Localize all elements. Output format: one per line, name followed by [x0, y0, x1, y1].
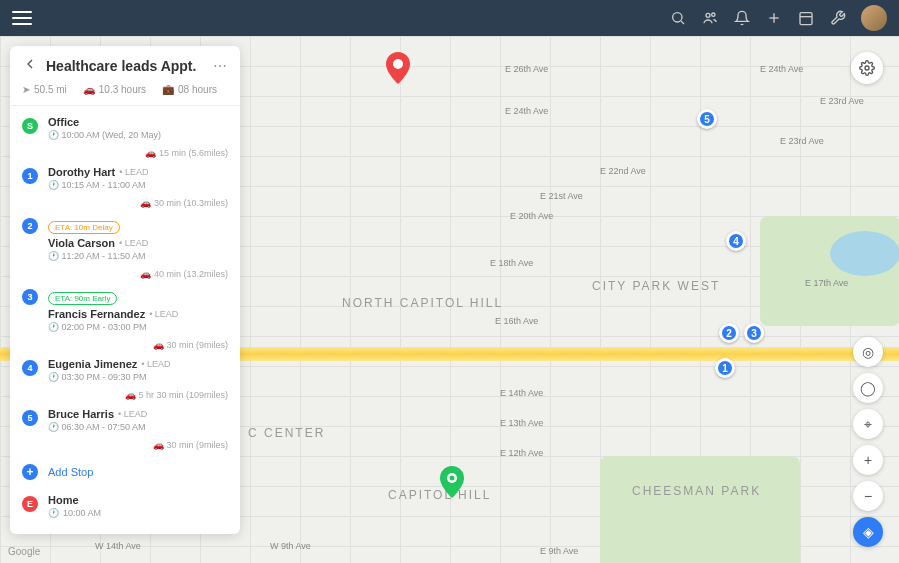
locate-button[interactable]: ⌖ [853, 409, 883, 439]
stop-time: 🕐 11:20 AM - 11:50 AM [48, 251, 228, 261]
map-marker-4[interactable]: 4 [726, 231, 746, 251]
stop-item[interactable]: 2ETA: 10m DelayViola Carson • LEAD🕐 11:2… [10, 210, 240, 267]
map-controls: ◎ ◯ ⌖ + − ◈ [853, 337, 883, 547]
stop-number: S [22, 118, 38, 134]
stop-name: Eugenia Jimenez • LEAD [48, 358, 228, 370]
st-e20: E 20th Ave [510, 211, 553, 221]
stop-item[interactable]: 4Eugenia Jimenez • LEAD🕐 03:30 PM - 09:3… [10, 352, 240, 388]
people-icon[interactable] [701, 9, 719, 27]
label-nch: NORTH CAPITOL HILL [342, 296, 503, 310]
zoom-in-button[interactable]: + [853, 445, 883, 475]
st-e23: E 23rd Ave [820, 96, 864, 106]
stop-time: 🕐 06:30 AM - 07:50 AM [48, 422, 228, 432]
panel-title: Healthcare leads Appt. [46, 58, 205, 74]
summary-duration: 🚗 10.3 hours [83, 84, 146, 95]
stop-item[interactable]: 3ETA: 90m EarlyFrancis Fernandez • LEAD🕐… [10, 281, 240, 338]
avatar[interactable] [861, 5, 887, 31]
stop-number: 3 [22, 289, 38, 305]
compass-button[interactable]: ◎ [853, 337, 883, 367]
stop-number: 5 [22, 410, 38, 426]
map-marker-5[interactable]: 5 [697, 109, 717, 129]
stop-name: Francis Fernandez • LEAD [48, 308, 228, 320]
stop-time: 🕐 10:00 AM [48, 508, 228, 518]
add-stop-label: Add Stop [48, 466, 93, 478]
st-e23b: E 23rd Ave [780, 136, 824, 146]
st-w14: W 14th Ave [95, 541, 141, 551]
map-settings-button[interactable] [851, 52, 883, 84]
bell-icon[interactable] [733, 9, 751, 27]
st-e24b: E 24th Ave [505, 106, 548, 116]
stop-time: 🕐 10:00 AM (Wed, 20 May) [48, 130, 228, 140]
svg-rect-6 [800, 13, 812, 25]
stop-name: Dorothy Hart • LEAD [48, 166, 228, 178]
zoom-out-button[interactable]: − [853, 481, 883, 511]
svg-point-11 [865, 66, 869, 70]
more-options-button[interactable]: ⋯ [213, 58, 228, 74]
plus-icon[interactable] [765, 9, 783, 27]
stop-item[interactable]: SOffice🕐 10:00 AM (Wed, 20 May) [10, 110, 240, 146]
svg-point-2 [706, 13, 710, 17]
stop-item[interactable]: 5Bruce Harris • LEAD🕐 06:30 AM - 07:50 A… [10, 402, 240, 438]
map-attribution: Google [8, 546, 40, 557]
map-marker-1[interactable]: 1 [715, 358, 735, 378]
st-e16: E 16th Ave [495, 316, 538, 326]
stop-number: 1 [22, 168, 38, 184]
st-e21: E 21st Ave [540, 191, 583, 201]
eta-badge: ETA: 10m Delay [48, 221, 120, 234]
lake [830, 231, 899, 276]
map-marker-2[interactable]: 2 [719, 323, 739, 343]
travel-info: 🚗 30 min (9miles) [10, 438, 240, 452]
eta-badge: ETA: 90m Early [48, 292, 117, 305]
pin-destination[interactable] [386, 52, 410, 84]
st-e12: E 12th Ave [500, 448, 543, 458]
stop-time: 🕐 03:30 PM - 09:30 PM [48, 372, 228, 382]
lasso-button[interactable]: ◯ [853, 373, 883, 403]
map-marker-3[interactable]: 3 [744, 323, 764, 343]
st-e14: E 14th Ave [500, 388, 543, 398]
stop-name: Viola Carson • LEAD [48, 237, 228, 249]
st-e13: E 13th Ave [500, 418, 543, 428]
tools-icon[interactable] [829, 9, 847, 27]
plus-icon: + [22, 464, 38, 480]
label-cpw: CITY PARK WEST [592, 279, 720, 293]
search-icon[interactable] [669, 9, 687, 27]
stop-time: 🕐 02:00 PM - 03:00 PM [48, 322, 228, 332]
topbar [0, 0, 899, 36]
stop-number: 4 [22, 360, 38, 376]
calendar-icon[interactable] [797, 9, 815, 27]
travel-info: 🚗 30 min (10.3miles) [10, 196, 240, 210]
route-summary: ➤ 50.5 mi 🚗 10.3 hours 💼 08 hours [10, 84, 240, 106]
st-e17: E 17th Ave [805, 278, 848, 288]
menu-icon[interactable] [12, 11, 32, 25]
svg-point-3 [712, 13, 715, 16]
st-e9: E 9th Ave [540, 546, 578, 556]
add-stop-button[interactable]: + Add Stop [10, 456, 240, 488]
pin-origin[interactable] [440, 466, 464, 498]
stop-number: 2 [22, 218, 38, 234]
travel-info: 🚗 5 hr 30 min (109miles) [10, 388, 240, 402]
home-stop[interactable]: E Home 🕐 10:00 AM [10, 488, 240, 524]
stop-name: Bruce Harris • LEAD [48, 408, 228, 420]
travel-info: 🚗 40 min (13.2miles) [10, 267, 240, 281]
summary-work: 💼 08 hours [162, 84, 217, 95]
label-cc: C CENTER [248, 426, 325, 440]
back-button[interactable] [22, 56, 38, 76]
svg-line-1 [681, 21, 684, 24]
stop-name: Office [48, 116, 228, 128]
travel-info: 🚗 30 min (9miles) [10, 338, 240, 352]
st-e26: E 26th Ave [505, 64, 548, 74]
st-e18: E 18th Ave [490, 258, 533, 268]
route-mode-button[interactable]: ◈ [853, 517, 883, 547]
stop-time: 🕐 10:15 AM - 11:00 AM [48, 180, 228, 190]
st-e22: E 22nd Ave [600, 166, 646, 176]
summary-distance: ➤ 50.5 mi [22, 84, 67, 95]
svg-point-10 [450, 476, 455, 481]
route-panel: Healthcare leads Appt. ⋯ ➤ 50.5 mi 🚗 10.… [10, 46, 240, 534]
travel-info: 🚗 15 min (5.6miles) [10, 146, 240, 160]
st-e24: E 24th Ave [760, 64, 803, 74]
stop-item[interactable]: 1Dorothy Hart • LEAD🕐 10:15 AM - 11:00 A… [10, 160, 240, 196]
stop-number: E [22, 496, 38, 512]
svg-point-8 [393, 59, 403, 69]
svg-point-0 [673, 13, 682, 22]
stop-name: Home [48, 494, 228, 506]
